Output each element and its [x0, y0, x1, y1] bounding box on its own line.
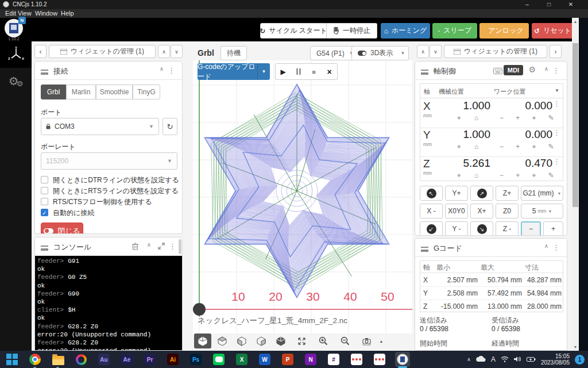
controller-state-badge[interactable]: 待機 — [220, 46, 247, 60]
taskbar-start-icon[interactable] — [5, 352, 20, 367]
left-widgets-down-button[interactable]: ∨ — [171, 45, 183, 58]
upload-options-caret[interactable]: ▼ — [257, 63, 270, 80]
scroll-down-arrow[interactable]: ▼ — [572, 343, 579, 351]
jog-x-minus-y-plus-button[interactable]: ↖ — [420, 186, 443, 201]
z-adjust-icons[interactable]: − + ⌖ ✎ — [500, 171, 559, 179]
step-increase-button[interactable]: + — [543, 221, 563, 236]
jog-y-minus-button[interactable]: Y - — [445, 221, 468, 236]
page-scrollbar[interactable]: ▲ ▼ — [572, 18, 579, 351]
y-goto-home-icons[interactable]: ⌖ ⌂ — [457, 143, 484, 151]
tab-smoothie[interactable]: Smoothie — [96, 85, 133, 99]
expand-widget-icon[interactable] — [158, 243, 165, 251]
right-manage-widgets-button[interactable]: ウィジェットの管理 (1) — [444, 45, 547, 58]
taskbar-chrome-icon[interactable] — [28, 352, 42, 367]
rtscts-checkbox[interactable] — [41, 198, 48, 205]
right-widgets-down-button[interactable]: ∨ — [430, 45, 442, 58]
view-options-caret[interactable]: ▼ — [397, 46, 409, 60]
ime-mode-indicator[interactable]: A — [491, 355, 496, 363]
jog-x-minus-y-minus-button[interactable]: ↙ — [420, 221, 443, 236]
collapse-widget-icon[interactable]: ∧ — [544, 243, 548, 249]
gear-icon[interactable]: ⚙ — [528, 65, 536, 74]
mdi-button[interactable]: MDI — [504, 65, 523, 75]
taskbar-creative-cloud-icon[interactable] — [74, 352, 88, 367]
gcode-menu-icon[interactable]: ⋮ — [552, 246, 560, 249]
onedrive-cloud-icon[interactable] — [476, 354, 486, 365]
console-terminal[interactable]: feeder>G91okfeeder>G0 Z5okfeeder>G90okcl… — [35, 256, 182, 350]
console-menu-icon[interactable]: ⋮ — [169, 245, 176, 248]
close-button[interactable]: ✕ — [563, 1, 578, 9]
run-button[interactable]: ▶ — [275, 63, 291, 80]
left-column-collapse-button[interactable]: ‹ — [34, 45, 47, 58]
dtr-checkbox[interactable] — [41, 176, 48, 183]
view-3d-cube-button[interactable] — [272, 334, 289, 348]
stop-button[interactable]: ■ — [306, 63, 322, 80]
close-gcode-button[interactable]: × — [322, 63, 338, 80]
tab-grbl[interactable]: Grbl — [41, 85, 66, 99]
rail-settings-item[interactable]: ⚙⚙ — [0, 68, 32, 94]
taskbar-premiere-icon[interactable]: Pr — [142, 352, 157, 367]
jog-x-plus-y-plus-button[interactable]: ↗ — [470, 186, 493, 201]
jog-y-plus-button[interactable]: Y+ — [445, 186, 468, 201]
taskbar-excel-icon[interactable]: X — [234, 352, 249, 367]
goto-x0y0-button[interactable]: X0Y0 — [445, 204, 468, 218]
y-adjust-icons[interactable]: − + ⌖ ✎ — [500, 143, 559, 151]
taskbar-cncjs-icon[interactable] — [395, 352, 410, 367]
terminal-scrollbar[interactable] — [179, 239, 181, 254]
step-distance-select[interactable]: 5mm▼ — [521, 204, 563, 218]
taskbar-app-dots-2-icon[interactable] — [372, 352, 387, 367]
tray-chevron-icon[interactable]: ∧ — [467, 356, 471, 362]
units-select[interactable]: G21 (mm)▼ — [521, 186, 563, 201]
trash-icon[interactable] — [132, 243, 138, 252]
left-widgets-up-button[interactable]: ∧ — [158, 45, 170, 58]
taskbar-illustrator-icon[interactable]: Ai — [165, 352, 180, 367]
rail-axes-item[interactable]: YXZ — [0, 41, 32, 68]
menu-view[interactable]: View — [18, 10, 32, 17]
taskbar-audition-icon[interactable]: Au — [96, 352, 111, 367]
jog-x-plus-y-minus-button[interactable]: ↘ — [470, 221, 493, 236]
taskbar-explorer-icon[interactable] — [51, 352, 65, 367]
fit-view-button[interactable] — [293, 334, 310, 348]
x-row-menu[interactable]: ⋮ — [553, 102, 560, 105]
tab-tinyg[interactable]: TinyG — [133, 85, 160, 99]
drag-handle-icon[interactable] — [421, 245, 428, 254]
collapse-widget-icon[interactable]: ∧ — [147, 241, 151, 248]
view-3d-toggle[interactable]: 3D表示 — [351, 46, 399, 60]
notification-count-badge[interactable]: 1 — [575, 355, 585, 365]
jog-x-minus-button[interactable]: X - — [420, 204, 443, 218]
zoom-out-button[interactable] — [336, 334, 354, 348]
disconnect-button[interactable]: 閉じる — [41, 223, 83, 234]
taskbar-onenote-icon[interactable]: N — [303, 352, 318, 367]
zoom-in-button[interactable] — [315, 334, 332, 348]
taskbar-after-effects-icon[interactable]: Ae — [119, 352, 134, 367]
z-goto-home-icons[interactable]: ⌖ ⌂ — [457, 171, 484, 179]
minimize-button[interactable]: – — [520, 1, 535, 9]
scroll-up-arrow[interactable]: ▲ — [572, 18, 579, 25]
taskbar-word-icon[interactable]: W — [257, 352, 272, 367]
jog-z-minus-button[interactable]: Z - — [496, 221, 519, 236]
taskbar-line-icon[interactable] — [211, 352, 226, 367]
right-column-expand-button[interactable]: › — [550, 45, 562, 58]
z-row-menu[interactable]: ⋮ — [553, 160, 560, 163]
jog-z-plus-button[interactable]: Z+ — [496, 186, 519, 201]
maximize-button[interactable]: □ — [541, 1, 556, 9]
battery-charging-icon[interactable] — [527, 354, 536, 365]
jog-x-plus-button[interactable]: X+ — [470, 204, 493, 218]
camera-mode-button[interactable] — [357, 334, 377, 348]
view-top-button[interactable] — [214, 334, 231, 348]
keyboard-icon[interactable] — [493, 67, 502, 76]
x-goto-home-icons[interactable]: ⌖ ⌂ — [457, 114, 484, 122]
scrollbar-thumb[interactable] — [572, 43, 578, 207]
drag-handle-icon[interactable] — [41, 244, 48, 252]
homing-button[interactable]: ⌂ホーミング — [381, 23, 430, 39]
port-select[interactable]: COM3 ▼ — [41, 118, 159, 135]
visualizer-area[interactable]: 1020304050 ネックレス_ハーフ_星1_荒_4mm_2F_2.nc — [193, 60, 412, 334]
chevron-down-icon[interactable]: ▼ — [555, 88, 559, 93]
collapse-widget-icon[interactable]: ∧ — [160, 66, 164, 72]
upload-gcode-button[interactable]: G-codeのアップロード — [198, 63, 257, 80]
y-row-menu[interactable]: ⋮ — [553, 131, 560, 134]
reset-button[interactable]: ↺リセット — [532, 23, 574, 39]
drag-handle-icon[interactable] — [421, 68, 428, 76]
wifi-icon[interactable] — [501, 354, 509, 365]
tab-marlin[interactable]: Marlin — [66, 85, 96, 99]
menu-help[interactable]: Help — [61, 10, 74, 17]
